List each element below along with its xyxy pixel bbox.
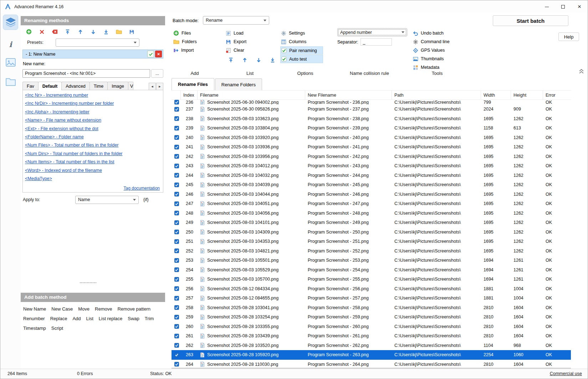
row-checkbox[interactable]: [174, 220, 179, 225]
table-row[interactable]: 242Screenshot 2025-08-03 103956.pngProgr…: [172, 152, 571, 162]
tag-link[interactable]: <Num Dirs> - Total number of folders in …: [25, 150, 163, 158]
column-header-checkbox[interactable]: [172, 91, 181, 99]
method-button-replace[interactable]: Replace: [50, 316, 67, 321]
table-row[interactable]: 248Screenshot 2025-08-03 104056.pngProgr…: [172, 209, 571, 218]
toolbar-pair-renaming[interactable]: Pair renaming: [280, 46, 323, 55]
tag-tab-default[interactable]: Default: [38, 82, 62, 90]
column-header-path[interactable]: Path: [392, 91, 481, 99]
sidebar-info[interactable]: i: [3, 37, 18, 52]
tag-link[interactable]: <Num Items> - Total number of files in t…: [25, 158, 163, 166]
tag-link[interactable]: <Inc NrDir> - Incrementing number per fo…: [25, 99, 163, 108]
tab-rename-files[interactable]: Rename Files: [172, 78, 214, 90]
toolbar-folders[interactable]: Folders: [173, 37, 200, 46]
table-row[interactable]: 261Screenshot 2025-08-28 103439.pngProgr…: [172, 331, 571, 341]
close-button[interactable]: ×: [571, 0, 588, 13]
table-row[interactable]: 236Screenshot 2025-06-30 094002.pngProgr…: [172, 100, 571, 104]
tag-link[interactable]: <Inc Nr> - Incrementing number: [25, 91, 163, 99]
tag-link[interactable]: <Ext> - File extension without the dot: [25, 125, 163, 133]
move-down-button[interactable]: [90, 28, 97, 35]
row-checkbox[interactable]: [174, 135, 179, 140]
table-row[interactable]: 263Screenshot 2025-08-28 105920.pngProgr…: [172, 350, 571, 360]
tag-link[interactable]: <Word> - Indexed word of the filename: [25, 167, 163, 175]
row-checkbox[interactable]: [174, 362, 179, 367]
row-checkbox[interactable]: [174, 116, 179, 121]
row-checkbox[interactable]: [174, 324, 179, 329]
horizontal-splitter-handle[interactable]: [80, 282, 96, 283]
row-checkbox[interactable]: [174, 286, 179, 291]
move-down-list-button[interactable]: [255, 56, 262, 63]
row-checkbox[interactable]: [174, 201, 179, 206]
tag-link[interactable]: <Inc Alpha> - Incrementing letter: [25, 108, 163, 116]
row-checkbox[interactable]: [174, 192, 179, 196]
row-checkbox[interactable]: [174, 230, 179, 234]
add-method-button[interactable]: [25, 28, 32, 35]
method-button-add[interactable]: Add: [72, 316, 81, 321]
row-checkbox[interactable]: [174, 258, 179, 263]
toolbar-columns[interactable]: Columns: [280, 37, 323, 46]
row-checkbox[interactable]: [174, 334, 179, 338]
method-button-renumber[interactable]: Renumber: [23, 316, 45, 321]
table-row[interactable]: 240Screenshot 2025-08-03 103920.pngProgr…: [172, 133, 571, 143]
table-row[interactable]: 253Screenshot 2025-08-03 105501.pngProgr…: [172, 256, 571, 265]
table-row[interactable]: 252Screenshot 2025-08-03 104821.pngProgr…: [172, 246, 571, 256]
move-top-button[interactable]: [64, 28, 71, 35]
row-checkbox[interactable]: [174, 343, 179, 348]
sidebar-folders[interactable]: [3, 74, 18, 89]
delete-method-button[interactable]: [38, 28, 45, 35]
row-checkbox[interactable]: [174, 249, 179, 253]
toolbar-import[interactable]: Import: [173, 46, 200, 55]
row-checkbox[interactable]: [174, 145, 179, 149]
table-row[interactable]: 237Screenshot 2025-06-30 095826.pngProgr…: [172, 104, 571, 114]
tag-tab-time[interactable]: Time: [90, 82, 108, 90]
table-row[interactable]: 244Screenshot 2025-08-03 104032.pngProgr…: [172, 171, 571, 180]
table-row[interactable]: 258Screenshot 2025-08-28 103041.pngProgr…: [172, 303, 571, 313]
column-header-error[interactable]: Error: [543, 91, 571, 99]
toolbar-command-line[interactable]: Command line: [412, 37, 453, 46]
apply-to-select[interactable]: Name: [75, 196, 139, 204]
method-button-list-replace[interactable]: List replace: [99, 316, 122, 321]
toolbar-load[interactable]: Load: [225, 29, 276, 37]
column-header-index[interactable]: Index: [181, 91, 198, 99]
tag-documentation-link[interactable]: Tag documentation: [124, 186, 160, 191]
row-checkbox[interactable]: [174, 315, 179, 319]
minimize-button[interactable]: [538, 0, 555, 13]
toolbar-settings[interactable]: Settings: [280, 29, 323, 37]
row-checkbox[interactable]: [174, 353, 179, 357]
row-checkbox[interactable]: [174, 154, 179, 159]
method-button-move[interactable]: Move: [78, 306, 90, 312]
move-bottom-list-button[interactable]: [269, 56, 276, 63]
table-row[interactable]: 262Screenshot 2025-08-28 103520.pngProgr…: [172, 341, 571, 350]
toolbar-clear[interactable]: Clear: [225, 46, 276, 55]
batch-mode-select[interactable]: Rename: [203, 16, 269, 25]
row-checkbox[interactable]: [174, 305, 179, 310]
table-row[interactable]: 254Screenshot 2025-08-03 105529.pngProgr…: [172, 265, 571, 275]
method-button-list[interactable]: List: [86, 316, 93, 321]
row-checkbox[interactable]: [174, 296, 179, 301]
table-row[interactable]: 259Screenshot 2025-08-28 103254.pngProgr…: [172, 312, 571, 322]
move-bottom-button[interactable]: [102, 28, 109, 35]
new-name-input[interactable]: [22, 69, 150, 78]
method-button-script[interactable]: Script: [51, 326, 63, 331]
row-checkbox[interactable]: [174, 211, 179, 215]
move-up-list-button[interactable]: [241, 56, 248, 63]
move-top-list-button[interactable]: [227, 56, 234, 63]
row-checkbox[interactable]: [174, 173, 179, 178]
row-checkbox[interactable]: [174, 239, 179, 244]
browse-button[interactable]: ...: [151, 69, 163, 78]
table-row[interactable]: 249Screenshot 2025-08-03 104101.pngProgr…: [172, 218, 571, 227]
toolbar-auto-test[interactable]: Auto test: [280, 55, 323, 63]
commercial-use-link[interactable]: Commercial use: [550, 369, 582, 378]
method-button-remove-pattern[interactable]: Remove pattern: [117, 306, 150, 312]
toolbar-thumbnails[interactable]: Thumbnails: [412, 55, 453, 63]
table-row[interactable]: 250Screenshot 2025-08-03 104309.pngProgr…: [172, 227, 571, 237]
row-checkbox[interactable]: [174, 277, 179, 282]
method-button-swap[interactable]: Swap: [128, 316, 139, 321]
table-row[interactable]: 256Screenshot 2025-08-12 084334.pngProgr…: [172, 284, 571, 294]
table-row[interactable]: 257Screenshot 2025-08-12 084655.pngProgr…: [172, 293, 571, 303]
row-checkbox[interactable]: [174, 164, 179, 168]
tag-link[interactable]: <Name> - File name without extension: [25, 116, 163, 124]
toolbar-export[interactable]: Export: [225, 37, 276, 46]
start-batch-button[interactable]: Start batch: [493, 15, 568, 26]
open-presets-button[interactable]: [115, 28, 122, 35]
save-presets-button[interactable]: [128, 28, 135, 35]
